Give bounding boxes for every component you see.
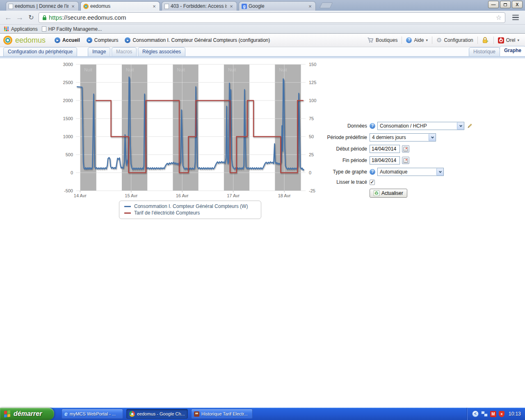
svg-text:Nuit: Nuit [84,67,92,72]
tray-collapse-icon[interactable]: < [472,411,479,417]
help-icon[interactable]: ? [370,123,375,129]
breadcrumb-accueil[interactable]: ▸ Accueil [55,37,80,43]
user-menu-button[interactable]: Orel ▾ [494,37,525,43]
tab-image[interactable]: Image [88,47,110,57]
svg-text:3000: 3000 [63,62,73,67]
aide-button[interactable]: ? Aide ▾ [402,37,432,43]
form-row-debut: Début période [324,144,500,153]
actualiser-button[interactable]: ♻ Actualiser [370,189,407,198]
svg-text:1500: 1500 [63,116,73,121]
apps-shortcut[interactable]: Applications [4,26,38,32]
user-label: Orel [506,37,516,43]
form-row-fin: Fin période [324,156,500,165]
form-row-type: Type de graphe ? Automatique [324,167,500,176]
tab-title: eedomus | Donnez de l'intelli [15,3,68,9]
reload-icon[interactable]: ↻ [25,14,37,21]
svg-text:100: 100 [309,98,316,103]
session-lock-button[interactable] [478,37,493,43]
legend-item-consumption[interactable]: Consommation I. Compteur Général Compteu… [124,203,256,210]
start-button[interactable]: démarrer [0,408,54,420]
tab-close-icon[interactable]: × [307,3,313,9]
svg-text:50: 50 [309,134,314,139]
configuration-button[interactable]: ⚙ Configuration [432,37,477,44]
svg-text:Nuit: Nuit [177,67,185,72]
tab-close-icon[interactable]: × [151,3,157,9]
bookmark-item[interactable]: HP Facility Manageme... [42,26,102,32]
svg-text:2000: 2000 [63,98,73,103]
chart-legend: Consommation I. Compteur Général Compteu… [119,201,261,219]
device-nav-tabs: Configuration du périphérique Image Macr… [0,47,525,58]
calendar-button[interactable] [402,157,409,164]
window-controls: — X [488,1,523,8]
chevron-down-icon: ▾ [517,38,519,42]
tab-close-icon[interactable]: × [70,3,76,9]
restore-icon [504,3,507,6]
debut-date-input[interactable] [370,145,400,153]
task-title: Historique Tarif Electr... [201,411,248,416]
windows-taskbar: démarrer e myMCS WebPortal - ... eedomus… [0,408,525,420]
edit-pencil-icon[interactable] [466,123,472,129]
svg-text:Nuit: Nuit [279,67,287,72]
donnees-select[interactable]: Consomation / HCHP [377,122,464,130]
select-arrow-icon[interactable] [436,168,443,176]
address-bar[interactable]: https://secure.eedomus.com ☆ [39,12,505,23]
svg-text:17 Avr: 17 Avr [227,193,240,198]
taskbar-button-historique[interactable]: Historique Tarif Electr... [191,409,253,419]
lisser-checkbox[interactable]: ✓ [370,180,375,185]
forward-icon[interactable]: → [14,13,25,22]
tab-regles-associees[interactable]: Règles associées [138,47,185,57]
boutiques-button[interactable]: Boutiques [363,37,402,43]
periode-select[interactable]: 4 derniers jours [370,133,436,142]
type-graphe-select[interactable]: Automatique [377,168,444,176]
type-graphe-value: Automatique [378,168,436,176]
breadcrumb-compteurs[interactable]: ▸ Compteurs [87,37,119,43]
svg-text:25: 25 [309,152,314,157]
tab-historique[interactable]: Historique [469,47,500,57]
close-button[interactable]: X [512,1,523,8]
network-icon[interactable] [481,411,488,417]
mcafee-icon[interactable]: M [490,411,496,417]
select-arrow-icon[interactable] [429,134,436,141]
type-graphe-label: Type de graphe [324,169,367,175]
browser-tab-3[interactable]: 403 - Forbidden: Access is d × [162,1,237,11]
browser-tab-4[interactable]: g Google × [239,1,316,11]
padlock-icon [482,37,489,43]
select-arrow-icon[interactable] [457,122,464,130]
taskbar-button-mymcs[interactable]: e myMCS WebPortal - ... [62,409,123,419]
fin-date-input[interactable] [370,156,400,164]
start-label: démarrer [14,410,42,418]
eedomus-logo-icon[interactable] [3,36,12,45]
https-lock-icon [42,15,47,21]
back-icon[interactable]: ← [2,13,14,22]
svg-text:2500: 2500 [63,80,73,85]
tab-macros: Macros [112,47,137,57]
bookmark-star-icon[interactable]: ☆ [496,14,502,21]
breadcrumb-label: Compteurs [94,37,119,43]
windows-logo-icon [4,410,11,418]
tab-graphe[interactable]: Graphe [500,46,525,57]
restore-button[interactable] [500,1,511,8]
chrome-menu-icon[interactable] [509,13,522,23]
tab-underline [0,56,525,58]
help-icon[interactable]: ? [370,169,375,175]
breadcrumb-device[interactable]: ▸ Consommation I. Compteur Général Compt… [125,37,270,43]
legend-item-tariff[interactable]: Tarif de l'électricité Compteurs [124,210,256,216]
taskbar-button-eedomus[interactable]: eedomus - Google Ch... [126,409,188,419]
tab-title: 403 - Forbidden: Access is d [171,3,227,9]
new-tab-button[interactable] [320,2,333,8]
svg-text:Nuit: Nuit [126,67,134,72]
document-icon [194,411,199,417]
browser-tab-strip: eedomus | Donnez de l'intelli × eedomus … [0,0,525,11]
minimize-button[interactable]: — [488,1,499,8]
calendar-button[interactable] [402,145,409,153]
security-shield-icon[interactable]: x [499,411,504,417]
form-row-donnees: Données ? Consomation / HCHP [324,121,500,130]
eedomus-logo-text[interactable]: eedomus [15,36,46,45]
periode-value: 4 derniers jours [370,134,429,141]
tab-title: Google [249,3,306,9]
browser-tab-1[interactable]: eedomus | Donnez de l'intelli × [6,1,79,11]
tab-close-icon[interactable]: × [228,3,234,9]
browser-tab-2-active[interactable]: eedomus × [80,1,160,11]
actualiser-label: Actualiser [381,190,403,196]
tab-configuration-peripherique[interactable]: Configuration du périphérique [3,47,77,57]
